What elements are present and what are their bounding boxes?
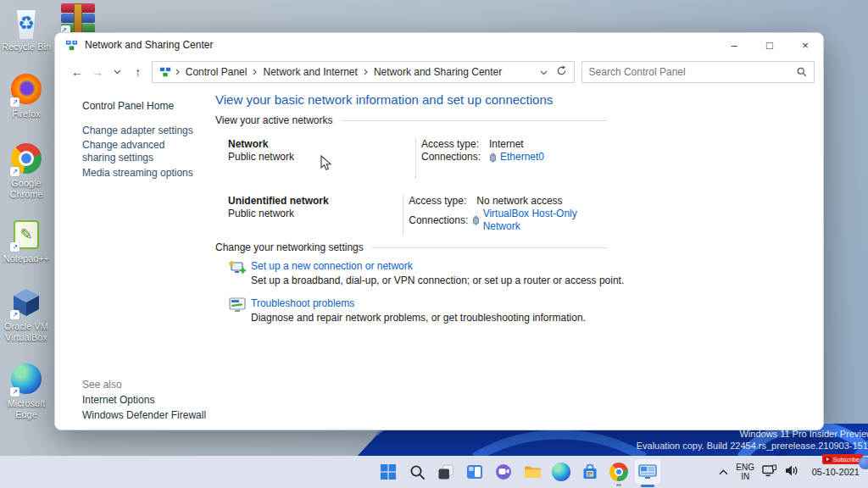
store-button[interactable]: [580, 462, 600, 482]
shortcut-arrow-icon: ↗: [10, 242, 19, 252]
volume-tray-button[interactable]: [785, 464, 799, 480]
desktop-icon-winrar[interactable]: ↗: [61, 3, 95, 34]
network-name: Unidentified network: [228, 195, 403, 208]
edge-icon: ↗: [10, 363, 42, 396]
icon-label: Microsoft Edge: [0, 398, 53, 420]
sidebar-item-control-panel-home[interactable]: Control Panel Home: [82, 100, 174, 112]
notepad-icon: ✎ ↗: [10, 219, 42, 251]
open-app-indicator: [616, 484, 621, 486]
ethernet-connection-icon: [472, 215, 480, 225]
icon-label: Oracle VM VirtualBox: [0, 321, 53, 343]
start-button[interactable]: [378, 462, 398, 482]
mouse-cursor: [320, 155, 332, 172]
youtube-icon: [824, 457, 832, 463]
desktop-icon-firefox[interactable]: ↗ Firefox: [0, 73, 53, 119]
network-type: Public network: [228, 208, 403, 220]
sidebar-item-change-adapter-settings[interactable]: Change adapter settings: [82, 125, 201, 137]
refresh-icon: [556, 65, 567, 76]
language-indicator[interactable]: ENG IN: [736, 463, 754, 481]
network-tray-button[interactable]: [762, 464, 777, 480]
store-icon: [581, 463, 598, 480]
breadcrumb-network-and-internet[interactable]: Network and Internet: [261, 66, 359, 78]
title-bar[interactable]: Network and Sharing Center – □ ×: [55, 33, 823, 57]
chrome-button[interactable]: [609, 462, 629, 482]
hidden-icons-button[interactable]: [719, 466, 728, 478]
clock-date[interactable]: Subscribe 05-10-2021: [807, 467, 860, 477]
desktop-icon-virtualbox[interactable]: ↗ Oracle VM VirtualBox: [0, 286, 53, 343]
connection-link-ethernet0[interactable]: Ethernet0: [500, 151, 544, 164]
up-button[interactable]: ↑: [128, 62, 148, 82]
setup-new-connection-desc: Set up a broadband, dial-up, or VPN conn…: [251, 274, 624, 286]
section-rule: [342, 120, 607, 121]
connection-link-virtualbox-host-only[interactable]: VirtualBox Host-Only Network: [483, 208, 608, 233]
maximize-button[interactable]: □: [752, 33, 787, 57]
desktop-icon-recycle-bin[interactable]: ♻ Recycle Bin: [0, 7, 53, 53]
sidebar-item-windows-defender-firewall[interactable]: Windows Defender Firewall: [82, 409, 235, 422]
firefox-icon: ↗: [10, 74, 42, 106]
breadcrumb-control-panel[interactable]: Control Panel: [184, 66, 249, 78]
networking-settings-section-header: Change your networking settings: [215, 241, 607, 253]
chrome-icon: ↗: [10, 143, 42, 175]
address-bar[interactable]: Control Panel Network and Internet Netwo…: [152, 61, 575, 83]
file-explorer-icon: [524, 464, 542, 480]
breadcrumb-separator-icon: [171, 69, 184, 75]
file-explorer-button[interactable]: [522, 462, 542, 482]
chevron-down-icon: [540, 70, 548, 75]
system-tray: ENG IN Subscribe 05-10-2021: [719, 456, 860, 488]
back-button[interactable]: ←: [67, 62, 87, 82]
setup-new-connection-link[interactable]: Set up a new connection or network: [251, 260, 413, 272]
window-title: Network and Sharing Center: [85, 39, 213, 51]
sidebar-item-media-streaming-options[interactable]: Media streaming options: [82, 167, 201, 180]
access-type-value: Internet: [489, 138, 524, 151]
minimize-button[interactable]: –: [716, 33, 752, 57]
troubleshoot-icon: [228, 297, 247, 313]
breadcrumb-app-icon: [159, 66, 171, 78]
control-panel-window-icon: [638, 464, 657, 480]
forward-button[interactable]: →: [87, 62, 108, 82]
close-button[interactable]: ×: [787, 33, 823, 57]
watermark-line2: Evaluation copy. Build 22454.rs_prerelea…: [637, 440, 868, 452]
search-icon: [409, 464, 426, 480]
language-line2: IN: [741, 472, 749, 481]
search-box[interactable]: [581, 61, 815, 83]
language-line1: ENG: [736, 463, 754, 472]
breadcrumb-network-sharing-center[interactable]: Network and Sharing Center: [372, 66, 504, 78]
recent-pages-dropdown[interactable]: [108, 62, 128, 82]
icon-label: Recycle Bin: [0, 42, 53, 53]
address-dropdown-button[interactable]: [540, 66, 548, 78]
watermark-line1: Windows 11 Pro Insider Preview: [637, 428, 868, 440]
icon-label: Google Chrome: [0, 178, 53, 200]
search-button[interactable]: [407, 462, 427, 482]
control-panel-taskbar-button[interactable]: [635, 459, 660, 485]
search-input[interactable]: [589, 66, 797, 78]
sidebar-item-internet-options[interactable]: Internet Options: [82, 394, 201, 407]
tray-date: 05-10-2021: [812, 467, 860, 477]
chat-button[interactable]: [493, 462, 514, 482]
troubleshoot-problems-link[interactable]: Troubleshoot problems: [251, 297, 354, 309]
desktop-icon-microsoft-edge[interactable]: ↗ Microsoft Edge: [0, 363, 53, 420]
widgets-button[interactable]: [465, 462, 485, 482]
chrome-icon: [609, 463, 628, 481]
breadcrumb-separator-icon: [248, 69, 261, 75]
see-also-label: See also: [82, 379, 122, 391]
shortcut-arrow-icon: ↗: [10, 387, 19, 396]
networking-settings-label: Change your networking settings: [215, 241, 364, 253]
page-title: View your basic network information and …: [215, 92, 553, 107]
task-view-button[interactable]: [436, 462, 456, 482]
troubleshoot-problems-desc: Diagnose and repair network problems, or…: [251, 312, 586, 324]
edge-button[interactable]: [551, 462, 571, 482]
evaluation-watermark: Windows 11 Pro Insider Preview Evaluatio…: [637, 428, 868, 452]
ethernet-network-icon: [762, 464, 777, 478]
search-icon: [797, 67, 807, 77]
widgets-icon: [466, 464, 483, 480]
network-row-2: Unidentified network Public network Acce…: [228, 195, 608, 236]
sidebar-item-change-advanced-sharing[interactable]: Change advanced sharing settings: [82, 139, 201, 164]
desktop-icon-notepad-plus-plus[interactable]: ✎ ↗ Notepad++: [0, 219, 53, 264]
edge-icon: [552, 463, 570, 481]
virtualbox-icon: ↗: [10, 286, 42, 319]
refresh-button[interactable]: [556, 65, 567, 79]
navigation-toolbar: ← → ↑ Control Panel Network and Internet…: [55, 57, 823, 87]
desktop-icon-google-chrome[interactable]: ↗ Google Chrome: [0, 142, 53, 200]
shortcut-arrow-icon: ↗: [10, 97, 19, 107]
chat-icon: [495, 463, 512, 480]
